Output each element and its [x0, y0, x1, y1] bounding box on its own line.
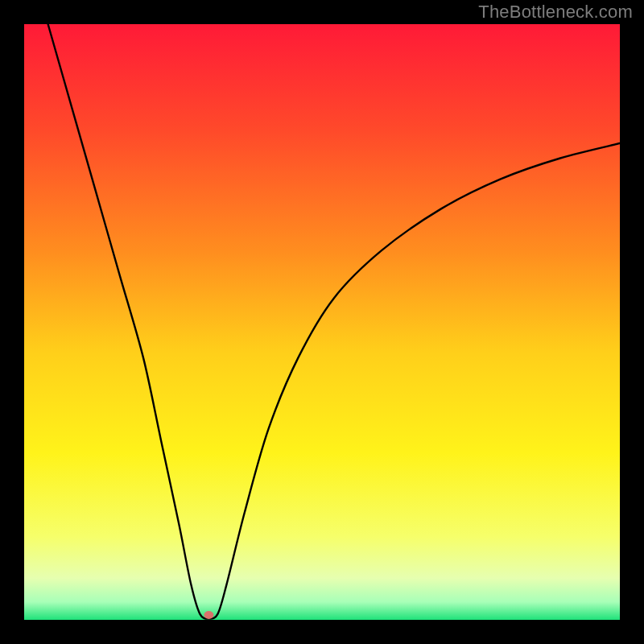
watermark-text: TheBottleneck.com [478, 2, 633, 23]
optimum-marker [204, 611, 213, 619]
bottleneck-chart [24, 24, 620, 620]
gradient-background [24, 24, 620, 620]
chart-frame: TheBottleneck.com [0, 0, 644, 644]
plot-area [24, 24, 620, 620]
